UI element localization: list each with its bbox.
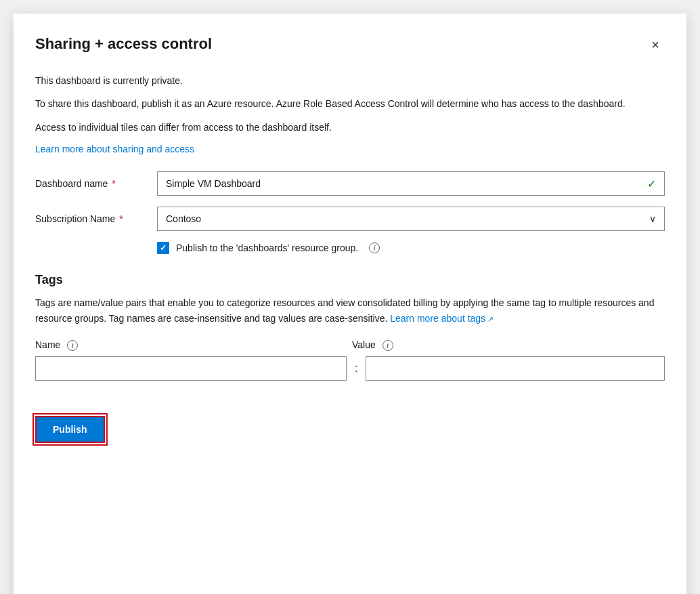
tags-title: Tags bbox=[35, 273, 665, 287]
tags-value-label: Value i bbox=[352, 339, 393, 352]
subscription-name-label: Subscription Name * bbox=[35, 213, 157, 224]
tags-learn-more-link[interactable]: Learn more about tags↗ bbox=[390, 313, 494, 324]
sharing-access-control-dialog: Sharing + access control × This dashboar… bbox=[14, 14, 686, 594]
form-section: Dashboard name * ✓ Subscription Name * C… bbox=[35, 171, 665, 254]
tags-input-header: Name i Value i bbox=[35, 339, 665, 352]
tags-input-row: : bbox=[35, 356, 665, 381]
publish-checkbox[interactable]: ✓ bbox=[157, 242, 169, 254]
required-star: * bbox=[109, 178, 115, 189]
checkbox-info-icon[interactable]: i bbox=[369, 242, 380, 253]
description-line2: To share this dashboard, publish it as a… bbox=[35, 96, 665, 111]
dashboard-name-label: Dashboard name * bbox=[35, 178, 157, 189]
tags-separator: : bbox=[347, 356, 366, 381]
valid-icon: ✓ bbox=[647, 177, 656, 190]
checkbox-checkmark: ✓ bbox=[160, 243, 167, 253]
dialog-title: Sharing + access control bbox=[35, 35, 212, 53]
publish-checkbox-label: Publish to the 'dashboards' resource gro… bbox=[176, 242, 358, 253]
tags-description: Tags are name/value pairs that enable yo… bbox=[35, 295, 665, 326]
close-button[interactable]: × bbox=[646, 35, 665, 54]
dashboard-name-row: Dashboard name * ✓ bbox=[35, 171, 665, 196]
publish-checkbox-row: ✓ Publish to the 'dashboards' resource g… bbox=[157, 242, 665, 254]
subscription-dropdown[interactable]: Contoso ∨ bbox=[157, 207, 665, 231]
description-line3: Access to individual tiles can differ fr… bbox=[35, 120, 665, 135]
external-link-icon: ↗ bbox=[487, 315, 494, 323]
dashboard-name-input[interactable] bbox=[166, 178, 647, 189]
description-section: This dashboard is currently private. To … bbox=[35, 73, 665, 155]
subscription-name-row: Subscription Name * Contoso ∨ bbox=[35, 207, 665, 231]
value-info-icon[interactable]: i bbox=[382, 340, 393, 351]
tags-section: Tags Tags are name/value pairs that enab… bbox=[35, 273, 665, 381]
learn-more-link[interactable]: Learn more about sharing and access bbox=[35, 144, 194, 154]
publish-button[interactable]: Publish bbox=[35, 416, 105, 443]
tags-value-input[interactable] bbox=[366, 356, 665, 381]
footer-section: Publish bbox=[35, 402, 665, 443]
subscription-value: Contoso bbox=[166, 213, 201, 224]
dropdown-arrow-icon: ∨ bbox=[649, 213, 656, 224]
name-info-icon[interactable]: i bbox=[67, 340, 78, 351]
dialog-header: Sharing + access control × bbox=[35, 35, 665, 54]
tags-name-label: Name i bbox=[35, 339, 347, 352]
dashboard-name-input-container[interactable]: ✓ bbox=[157, 171, 665, 196]
required-star-sub: * bbox=[116, 213, 123, 224]
description-line1: This dashboard is currently private. bbox=[35, 73, 665, 88]
publish-checkbox-container: ✓ Publish to the 'dashboards' resource g… bbox=[157, 242, 380, 254]
tags-name-input[interactable] bbox=[35, 356, 347, 381]
